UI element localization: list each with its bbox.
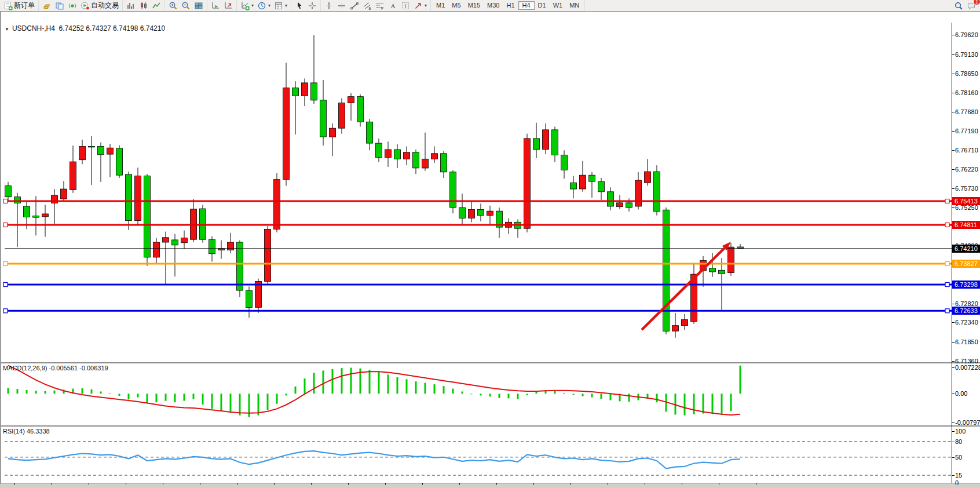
price-tick-mark (952, 131, 955, 132)
autotrade-button[interactable]: 自动交易 (79, 1, 120, 10)
toolbar-group: 自动交易 (39, 0, 123, 11)
navigator-button[interactable] (66, 1, 79, 10)
vline-button[interactable] (323, 1, 335, 10)
trendline-button[interactable] (348, 1, 361, 10)
bar-chart-button[interactable] (125, 1, 137, 10)
zoom-in-button[interactable] (167, 1, 180, 10)
timeframe-m30[interactable]: M30 (484, 1, 503, 10)
price-axis-border (952, 23, 952, 483)
channel-button[interactable]: E (361, 1, 374, 10)
bull-candle (339, 103, 345, 129)
macd-histogram-bar (221, 394, 222, 411)
macd-histogram-bar (471, 394, 473, 394)
bear-candle (126, 174, 132, 221)
chevron-down-icon[interactable]: ▾ (251, 3, 254, 8)
bull-candle (265, 230, 271, 282)
cursor-button[interactable] (293, 1, 306, 10)
rsi-tick-label: 50 (955, 454, 962, 461)
price-tick-label: 6.79620 (955, 31, 978, 38)
macd-histogram-bar (387, 374, 389, 394)
hline-button[interactable] (335, 1, 348, 10)
toolbar-group (165, 0, 207, 11)
periods-button[interactable]: ▾ (255, 1, 272, 10)
bear-candle (589, 175, 595, 181)
line-handle[interactable] (945, 199, 949, 203)
chevron-down-icon[interactable]: ▾ (425, 3, 427, 8)
line-handle[interactable] (3, 262, 8, 266)
line-handle[interactable] (3, 309, 8, 313)
macd-histogram-bar (730, 394, 732, 411)
bear-candle (5, 186, 12, 197)
indicators-icon (240, 1, 250, 10)
pane-separator[interactable] (0, 425, 980, 427)
search-button[interactable] (952, 1, 965, 10)
macd-histogram-bar (656, 394, 658, 402)
label-button[interactable]: T (399, 1, 412, 10)
line-handle[interactable] (945, 283, 949, 287)
window-bottom-edge (0, 485, 980, 488)
bull-candle (385, 150, 392, 158)
rsi-tick-mark (952, 457, 955, 458)
autoscroll-icon (211, 1, 220, 10)
timeframe-h1[interactable]: H1 (503, 1, 518, 10)
new-chart-button[interactable] (41, 1, 53, 10)
notifications-button[interactable]: 1 (965, 1, 978, 10)
window-left-edge (0, 11, 1, 484)
zoom-out-button[interactable] (180, 1, 192, 10)
timeframe-w1[interactable]: W1 (550, 1, 566, 10)
macd-tick-mark (952, 367, 955, 368)
timeframe-d1[interactable]: D1 (535, 1, 550, 10)
indicators-button[interactable]: ▾ (239, 1, 255, 10)
macd-indicator-pane[interactable] (0, 363, 952, 425)
tile-windows-button[interactable] (192, 1, 205, 10)
text-button[interactable]: A (386, 1, 399, 10)
trendline-icon (350, 1, 359, 10)
clock-icon (257, 1, 266, 10)
line-handle[interactable] (945, 223, 949, 227)
rsi-indicator-pane[interactable] (0, 427, 952, 483)
candle-chart-button[interactable] (137, 1, 150, 10)
crosshair-button[interactable] (306, 1, 319, 10)
bear-candle (172, 240, 178, 245)
bull-candle (635, 180, 642, 206)
chart-shift-button[interactable] (222, 1, 235, 10)
macd-histogram-bar (239, 394, 241, 415)
pane-separator[interactable] (0, 362, 980, 363)
timeframe-h4[interactable]: H4 (518, 1, 535, 10)
templates-button[interactable]: ▾ (272, 1, 289, 10)
new-order-button[interactable]: 新订单 (2, 1, 36, 10)
macd-histogram-bar (341, 368, 343, 394)
trend-arrow[interactable] (642, 248, 725, 330)
timeframe-m5[interactable]: M5 (448, 1, 464, 10)
svg-text:T: T (404, 3, 408, 9)
macd-signal-line (8, 366, 740, 415)
macd-histogram-bar (156, 394, 158, 402)
line-handle[interactable] (945, 309, 949, 313)
price-tick-label: 6.71360 (955, 358, 978, 365)
shapes-button[interactable]: ▾ (412, 1, 429, 10)
timeframe-m1[interactable]: M1 (433, 1, 448, 10)
line-handle[interactable] (945, 262, 949, 266)
auto-scroll-button[interactable] (209, 1, 222, 10)
macd-histogram-bar (462, 392, 463, 394)
macd-histogram-bar (147, 394, 148, 403)
zoom-out-icon (181, 1, 191, 10)
textA-icon: A (388, 1, 397, 10)
price-badge: 6.74811 (952, 221, 980, 229)
fibonacci-button[interactable]: F (374, 1, 386, 10)
line-handle[interactable] (3, 283, 8, 287)
chevron-down-icon[interactable]: ▾ (285, 3, 287, 8)
line-handle[interactable] (3, 223, 8, 227)
timeframe-m15[interactable]: M15 (465, 1, 484, 10)
macd-histogram-bar (258, 394, 259, 415)
timeframe-mn[interactable]: MN (566, 1, 583, 10)
rsi-tick-mark (952, 431, 955, 432)
svg-text:E: E (369, 6, 372, 10)
toolbar-group (207, 0, 237, 11)
charts-list-button[interactable] (53, 1, 66, 10)
chevron-down-icon[interactable]: ▾ (268, 3, 270, 8)
bull-candle (79, 147, 86, 160)
price-chart-pane[interactable] (0, 31, 952, 362)
line-chart-button[interactable] (150, 1, 163, 10)
line-handle[interactable] (3, 199, 8, 203)
